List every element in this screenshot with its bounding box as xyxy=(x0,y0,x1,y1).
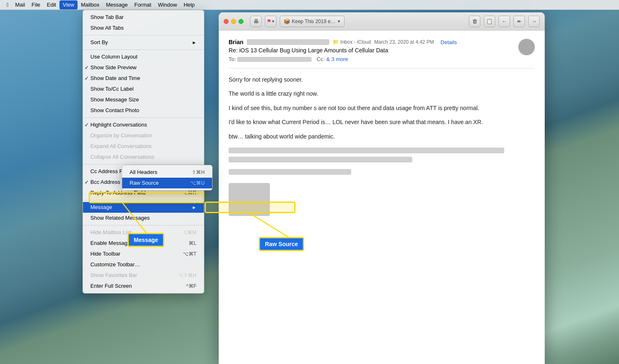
blur-line-3 xyxy=(229,169,351,175)
reply-all-button[interactable]: ↞ xyxy=(513,16,525,27)
menubar-view[interactable]: View xyxy=(59,0,78,9)
menu-organize-by-conversation-label: Organize by Conversation xyxy=(90,132,152,140)
flag-button[interactable]: ⚑ ▼ xyxy=(265,16,276,27)
menubar-mailbox[interactable]: Mailbox xyxy=(78,0,103,9)
menu-show-date-time-label: Show Date and Time xyxy=(90,74,140,82)
separator-5 xyxy=(83,200,204,200)
menu-show-tab-bar-label: Show Tab Bar xyxy=(90,13,124,21)
body-paragraph-3: I kind of see this, but my number s are … xyxy=(229,103,535,113)
menu-show-side-preview[interactable]: ✓ Show Side Preview xyxy=(83,62,204,73)
hide-toolbar-shortcut: ⌥⌘T xyxy=(183,250,196,258)
reply-icon: ← xyxy=(502,18,507,24)
hide-mailbox-shortcut: ⇧⌘M xyxy=(183,228,196,237)
menu-expand-all-conversations-label: Expand All Conversations xyxy=(90,142,151,150)
menu-message-label: Message xyxy=(90,203,112,211)
submenu-raw-source[interactable]: Raw Source ⌥⌘U xyxy=(122,178,212,188)
body-paragraph-2: The world is a little crazy right now. xyxy=(229,89,535,98)
move-to-button[interactable]: 📦 Keep This 2019 e… ▼ xyxy=(280,16,345,27)
menu-show-all-tabs[interactable]: Show All Tabs xyxy=(83,23,204,33)
message-submenu: All Headers ⇧⌘H Raw Source ⌥⌘U xyxy=(122,165,213,190)
forward-button[interactable]: → xyxy=(528,16,540,27)
body-paragraph-1: Sorry for not replying sooner. xyxy=(229,75,535,84)
traffic-lights xyxy=(224,19,243,24)
all-headers-shortcut: ⇧⌘H xyxy=(192,168,205,176)
menubar-help[interactable]: Help xyxy=(180,0,198,9)
details-link[interactable]: Details xyxy=(441,39,457,45)
menu-show-tocc-label-text: Show To/Cc Label xyxy=(90,85,134,93)
archive-button[interactable]: 📋 xyxy=(484,16,495,27)
trash-button[interactable]: 🗑 xyxy=(469,16,480,27)
inbox-folder-icon: 📁 xyxy=(333,39,339,45)
apple-menu[interactable]:  xyxy=(3,0,12,9)
close-button[interactable] xyxy=(224,19,229,24)
menu-show-message-size-label: Show Message Size xyxy=(90,96,139,104)
menubar-message[interactable]: Message xyxy=(103,0,131,9)
menu-use-column-layout[interactable]: Use Column Layout xyxy=(83,52,204,62)
menu-collapse-all-conversations: Collapse All Conversations xyxy=(83,152,204,162)
menu-enter-full-screen[interactable]: Enter Full Screen ^⌘F xyxy=(83,281,204,291)
menu-hide-toolbar[interactable]: Hide Toolbar ⌥⌘T xyxy=(83,249,204,259)
menubar-edit[interactable]: Edit xyxy=(44,0,59,9)
menu-show-contact-photo-label: Show Contact Photo xyxy=(90,106,139,115)
menubar-format[interactable]: Format xyxy=(131,0,154,9)
email-to-line: To: Cc: & 3 more xyxy=(229,56,513,62)
menu-show-tab-bar[interactable]: Show Tab Bar xyxy=(83,12,204,23)
favorites-bar-shortcut: ⌥⇧⌘H xyxy=(178,271,196,279)
menu-show-message-size[interactable]: Show Message Size xyxy=(83,94,204,105)
keep-label: Keep This 2019 e… xyxy=(292,19,335,24)
menubar-window[interactable]: Window xyxy=(155,0,180,9)
sender-name: Brian xyxy=(229,39,243,45)
menu-message[interactable]: Message ► xyxy=(83,202,204,213)
email-content: Brian 📁 Inbox - iCloud March 23, 2020 at… xyxy=(219,31,545,364)
menu-show-date-time[interactable]: ✓ Show Date and Time xyxy=(83,73,204,84)
email-body: Sorry for not replying sooner. The world… xyxy=(229,75,535,216)
menubar-mail[interactable]: Mail xyxy=(12,0,28,9)
mail-titlebar: 🖶 ⚑ ▼ 📦 Keep This 2019 e… ▼ 🗑 📋 ← ↞ → xyxy=(219,12,545,31)
full-screen-shortcut: ^⌘F xyxy=(186,282,196,290)
email-subject: Re: iOS 13 Cellular Bug Using Large Amou… xyxy=(229,47,513,54)
enable-filter-shortcut: ⌘L xyxy=(189,239,196,247)
maximize-button[interactable] xyxy=(239,19,243,24)
mail-window: 🖶 ⚑ ▼ 📦 Keep This 2019 e… ▼ 🗑 📋 ← ↞ → xyxy=(219,12,545,364)
menu-organize-by-conversation: Organize by Conversation xyxy=(83,130,204,141)
menubar-file[interactable]: File xyxy=(28,0,44,9)
cc-more-link[interactable]: & 3 more xyxy=(326,56,348,62)
menu-show-contact-photo[interactable]: Show Contact Photo xyxy=(83,105,204,116)
avatar xyxy=(518,39,535,55)
flag-icon: ⚑ xyxy=(267,18,272,24)
menu-customize-toolbar[interactable]: Customize Toolbar… xyxy=(83,259,204,270)
menu-highlight-conversations-label: Highlight Conversations xyxy=(90,121,147,129)
menu-sort-by[interactable]: Sort By ► xyxy=(83,37,204,48)
menu-use-column-layout-label: Use Column Layout xyxy=(90,53,137,61)
menu-hide-mailbox-list: Hide Mailbox List ⇧⌘M xyxy=(83,227,204,238)
signature-image xyxy=(229,183,270,216)
menu-highlight-conversations[interactable]: ✓ Highlight Conversations xyxy=(83,120,204,130)
quoted-section xyxy=(229,148,535,175)
move-to-icon: 📦 xyxy=(284,18,290,24)
blur-line-2 xyxy=(229,157,412,162)
email-header: Brian 📁 Inbox - iCloud March 23, 2020 at… xyxy=(229,39,535,68)
reply-button[interactable]: ← xyxy=(499,16,510,27)
submenu-all-headers[interactable]: All Headers ⇧⌘H xyxy=(122,167,212,178)
separator-3 xyxy=(83,117,204,118)
menu-show-related-messages[interactable]: Show Related Messages xyxy=(83,213,204,223)
menu-show-side-preview-label: Show Side Preview xyxy=(90,63,137,72)
menu-customize-toolbar-label: Customize Toolbar… xyxy=(90,261,140,269)
menu-show-tocc-label[interactable]: Show To/Cc Label xyxy=(83,84,204,94)
body-paragraph-5: btw… talking about world wide pandemic. xyxy=(229,132,535,141)
email-from-line: Brian 📁 Inbox - iCloud March 23, 2020 at… xyxy=(229,39,513,45)
print-button[interactable]: 🖶 xyxy=(250,16,262,27)
raw-source-label: Raw Source xyxy=(130,179,159,187)
minimize-button[interactable] xyxy=(231,19,236,24)
blur-line-1 xyxy=(229,148,504,153)
separator-4 xyxy=(83,164,204,164)
message-arrow: ► xyxy=(192,203,196,211)
menu-hide-toolbar-label: Hide Toolbar xyxy=(90,250,120,258)
sender-email-blur xyxy=(247,39,329,45)
highlight-conversations-check: ✓ xyxy=(85,121,89,129)
menu-sort-by-label: Sort By xyxy=(90,38,108,47)
menu-enable-message-filter[interactable]: Enable Message Filter ⌘L xyxy=(83,238,204,249)
all-headers-label: All Headers xyxy=(130,168,157,176)
keep-chevron: ▼ xyxy=(337,19,341,23)
body-paragraph-4: I'd like to know what Current Period is…… xyxy=(229,117,535,127)
